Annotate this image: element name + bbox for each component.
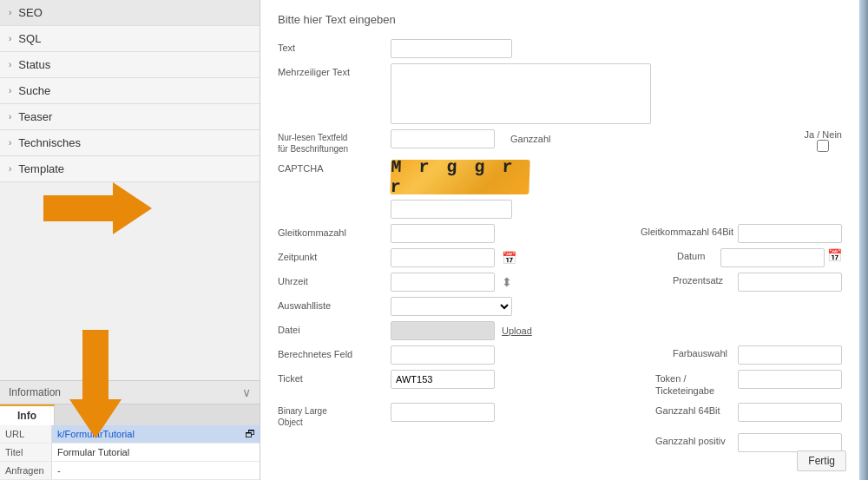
sidebar-item-label: Technisches [18, 136, 81, 149]
form-row-calc: Berechnetes Feld Farbauswahl [278, 345, 842, 365]
farbauswahl-label: Farbauswahl [673, 345, 733, 358]
sidebar-item-label: SQL [18, 32, 41, 45]
form-field-ticket [391, 370, 642, 389]
field-label-readonly: Nur-lesen Textfeldfür Beschriftungen [278, 129, 391, 155]
arrow-down-body [82, 330, 108, 399]
info-panel-title: Information [9, 386, 61, 398]
float64-input[interactable] [738, 224, 842, 243]
form-field-multitext [391, 63, 842, 124]
ja-nein-checkbox[interactable] [817, 140, 829, 152]
calendar-icon-datum[interactable]: 📅 [827, 248, 842, 262]
info-row-titel: Titel Formular Tutorial [0, 444, 260, 462]
collapse-icon[interactable]: ∨ [242, 385, 251, 399]
farbauswahl-input[interactable] [738, 345, 842, 365]
time-spinner-icon[interactable]: ⬍ [502, 275, 512, 289]
form-field-zeitpunkt: 📅 [391, 248, 664, 267]
ganzzahl-label: Ganzzahl [510, 134, 550, 144]
ganzzahl-input[interactable] [391, 129, 495, 148]
sidebar-item-sql[interactable]: › SQL [0, 26, 260, 52]
right-panel [859, 0, 868, 480]
field-label-float: Gleitkommazahl [278, 224, 391, 239]
calendar-icon-zeitpunkt[interactable]: 📅 [502, 251, 516, 265]
form-field-blob [391, 403, 642, 422]
chevron-icon: › [9, 34, 11, 43]
sidebar-item-label: SEO [18, 6, 42, 19]
prozentsatz-input[interactable] [738, 273, 842, 292]
captcha-text-input[interactable] [391, 200, 512, 219]
datum-input[interactable] [720, 248, 825, 267]
blob-input[interactable] [391, 403, 495, 422]
info-row-value-anfragen: - [52, 462, 260, 479]
form-field-float [391, 224, 628, 243]
form-row-readonly: Nur-lesen Textfeldfür Beschriftungen Gan… [278, 129, 842, 155]
form-row-multitext: Mehrzeiliger Text [278, 63, 842, 124]
berechnetes-input[interactable] [391, 345, 495, 365]
arrow-right-head [113, 182, 152, 234]
info-panel: Information ∨ Info URL k/FormularTutoria… [0, 380, 260, 480]
sidebar-item-label: Teaser [18, 110, 52, 123]
field-label-select: Auswahlliste [278, 297, 391, 312]
text-input[interactable] [391, 39, 512, 58]
chevron-icon: › [9, 164, 11, 174]
field-label-ticket: Ticket [278, 370, 391, 385]
sidebar-item-status[interactable]: › Status [0, 52, 260, 78]
form-row-float: Gleitkommazahl Gleitkommazahl 64Bit [278, 224, 842, 243]
field-label-text: Text [278, 39, 391, 54]
form-row-time: Uhrzeit ⬍ Prozentsatz [278, 273, 842, 292]
multitext-input[interactable] [391, 63, 651, 124]
form-row-ticket: Ticket Token /Ticketeingabe [278, 370, 842, 398]
sidebar-item-label: Status [18, 58, 50, 71]
field-label-ganzzahl-pos [278, 433, 391, 436]
form-field-captcha-input [391, 200, 842, 219]
form-row-ganzzahl-pos: Ganzzahl positiv [278, 433, 842, 452]
sidebar-item-label: Template [18, 162, 64, 175]
chevron-icon: › [9, 112, 11, 122]
ja-nein-group: Ja / Nein [805, 129, 842, 152]
float-input[interactable] [391, 224, 495, 243]
upload-button[interactable]: Upload [502, 325, 532, 336]
auswahlliste-select[interactable] [391, 297, 512, 316]
info-row-anfragen: Anfragen - [0, 462, 260, 480]
info-row-url: URL k/FormularTutorial 🗗 [0, 425, 260, 444]
float64-label: Gleitkommazahl 64Bit [641, 224, 733, 237]
form-field-select [391, 297, 842, 316]
ja-nein-label: Ja / Nein [805, 129, 842, 140]
form-field-readonly: Ganzzahl [391, 129, 792, 148]
arrow-down-head [69, 399, 122, 438]
ganzzahl64-input[interactable] [738, 403, 842, 422]
field-label-zeitpunkt: Zeitpunkt [278, 248, 391, 263]
form-row-text: Text [278, 39, 842, 58]
fertig-button[interactable]: Fertig [797, 450, 846, 471]
chevron-icon: › [9, 60, 11, 69]
form-field-captcha: M r g g r r [391, 160, 842, 194]
sidebar-item-suche[interactable]: › Suche [0, 78, 260, 104]
chevron-icon: › [9, 138, 11, 148]
field-label-multitext: Mehrzeiliger Text [278, 63, 391, 78]
form-row-captcha-input [278, 200, 842, 219]
field-label-datei: Datei [278, 321, 391, 336]
token-label: Token /Ticketeingabe [655, 370, 733, 398]
ganzzahl-pos-input[interactable] [738, 433, 842, 452]
sidebar-item-seo[interactable]: › SEO [0, 0, 260, 26]
external-link-icon[interactable]: 🗗 [240, 426, 260, 442]
datei-input[interactable] [391, 321, 495, 340]
sidebar-item-teaser[interactable]: › Teaser [0, 104, 260, 130]
field-label-blob: Binary LargeObject [278, 403, 391, 428]
uhrzeit-input[interactable] [391, 273, 495, 292]
field-label-berechnetes: Berechnetes Feld [278, 345, 391, 360]
main-content: Bitte hier Text eingeben Text Mehrzeilig… [260, 0, 859, 480]
form-field-uhrzeit: ⬍ [391, 273, 660, 292]
captcha-image: M r g g r r [390, 160, 529, 194]
sidebar-item-label: Suche [18, 84, 50, 97]
form-row-file: Datei Upload [278, 321, 842, 340]
info-tab[interactable]: Info [0, 404, 55, 425]
sidebar-item-template[interactable]: › Template [0, 156, 260, 182]
ticket-input[interactable] [391, 370, 495, 389]
form-row-captcha: CAPTCHA M r g g r r [278, 160, 842, 194]
datum-label: Datum [677, 248, 716, 261]
form-row-datetime: Zeitpunkt 📅 Datum 📅 [278, 248, 842, 267]
token-input[interactable] [738, 370, 842, 389]
sidebar-item-technisches[interactable]: › Technisches [0, 130, 260, 156]
zeitpunkt-input[interactable] [391, 248, 495, 267]
form-row-blob: Binary LargeObject Ganzzahl 64Bit [278, 403, 842, 428]
